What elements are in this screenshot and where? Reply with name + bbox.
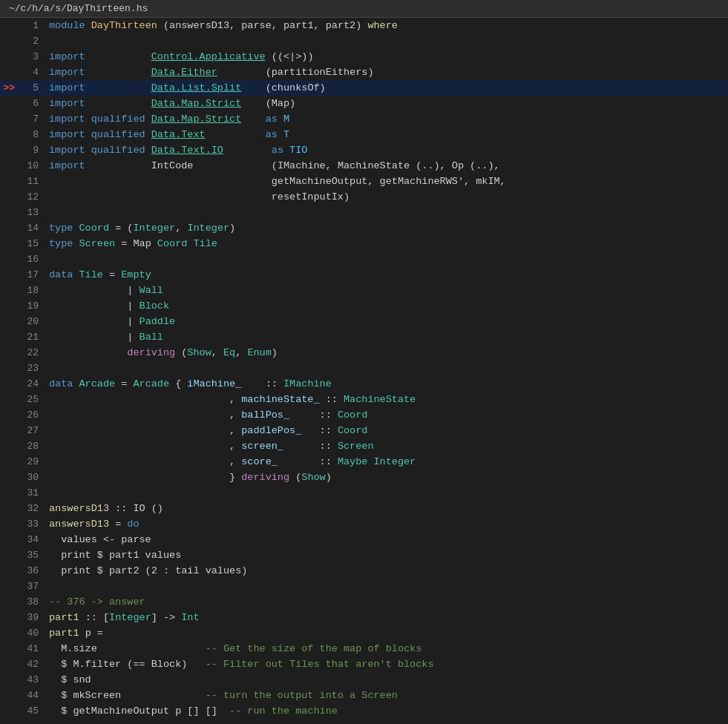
line-number: 38 bbox=[18, 594, 46, 610]
line-content: import qualified Data.Text.IO as TIO bbox=[46, 142, 728, 158]
line-content bbox=[46, 485, 728, 501]
line-content: | Paddle bbox=[46, 314, 728, 329]
line-indicator bbox=[0, 49, 18, 65]
line-indicator bbox=[0, 688, 18, 703]
line-content: import Data.List.Split (chunksOf) bbox=[46, 80, 728, 96]
line-indicator bbox=[0, 438, 18, 454]
title-text: ~/c/h/a/s/DayThirteen.hs bbox=[9, 3, 148, 14]
line-number: 44 bbox=[18, 688, 46, 703]
line-indicator bbox=[0, 501, 18, 516]
code-line: 1module DayThirteen (answersD13, parse, … bbox=[0, 18, 728, 33]
line-content: resetInputIx) bbox=[46, 189, 728, 205]
line-content: | Wall bbox=[46, 283, 728, 298]
code-line: 2 bbox=[0, 33, 728, 49]
line-number: 10 bbox=[18, 158, 46, 174]
line-indicator bbox=[0, 220, 18, 236]
line-content: print $ part2 (2 : tail values) bbox=[46, 563, 728, 579]
line-number: 45 bbox=[18, 703, 46, 719]
line-number: 22 bbox=[18, 345, 46, 361]
line-number: 11 bbox=[18, 174, 46, 189]
code-line: 26 , ballPos_ :: Coord bbox=[0, 407, 728, 423]
line-number: 42 bbox=[18, 656, 46, 672]
line-indicator bbox=[0, 251, 18, 267]
line-number: 19 bbox=[18, 298, 46, 314]
line-content: | Block bbox=[46, 298, 728, 314]
line-content: | Ball bbox=[46, 329, 728, 345]
line-number: 5 bbox=[18, 80, 46, 96]
line-indicator bbox=[0, 392, 18, 407]
line-indicator bbox=[0, 454, 18, 470]
line-number: 41 bbox=[18, 641, 46, 656]
code-line: 21 | Ball bbox=[0, 329, 728, 345]
line-number: 26 bbox=[18, 407, 46, 423]
line-indicator bbox=[0, 314, 18, 329]
line-number: 9 bbox=[18, 142, 46, 158]
line-indicator bbox=[0, 532, 18, 547]
code-line: 33answersD13 = do bbox=[0, 516, 728, 532]
line-content: data Arcade = Arcade { iMachine_ :: IMac… bbox=[46, 376, 728, 392]
line-number: 32 bbox=[18, 501, 46, 516]
line-content: , ballPos_ :: Coord bbox=[46, 407, 728, 423]
line-number: 27 bbox=[18, 423, 46, 438]
line-number: 4 bbox=[18, 65, 46, 80]
code-line: >>5import Data.List.Split (chunksOf) bbox=[0, 80, 728, 96]
line-number: 40 bbox=[18, 625, 46, 641]
line-indicator bbox=[0, 376, 18, 392]
code-line: 32answersD13 :: IO () bbox=[0, 501, 728, 516]
line-indicator bbox=[0, 407, 18, 423]
code-line: 30 } deriving (Show) bbox=[0, 470, 728, 485]
line-indicator bbox=[0, 470, 18, 485]
line-content: module DayThirteen (answersD13, parse, p… bbox=[46, 18, 728, 33]
line-number: 16 bbox=[18, 251, 46, 267]
code-line: 13 bbox=[0, 205, 728, 220]
line-indicator bbox=[0, 33, 18, 49]
line-number: 3 bbox=[18, 49, 46, 65]
code-container: 1module DayThirteen (answersD13, parse, … bbox=[0, 18, 728, 719]
line-number: 6 bbox=[18, 96, 46, 111]
line-indicator bbox=[0, 610, 18, 625]
line-content: import Data.Either (partitionEithers) bbox=[46, 65, 728, 80]
line-number: 23 bbox=[18, 361, 46, 376]
line-content: getMachineOutput, getMachineRWS', mkIM, bbox=[46, 174, 728, 189]
line-indicator bbox=[0, 703, 18, 719]
line-content: import Data.Map.Strict (Map) bbox=[46, 96, 728, 111]
line-number: 35 bbox=[18, 547, 46, 563]
code-line: 12 resetInputIx) bbox=[0, 189, 728, 205]
line-content: data Tile = Empty bbox=[46, 267, 728, 283]
line-content: part1 p = bbox=[46, 625, 728, 641]
line-content: , score_ :: Maybe Integer bbox=[46, 454, 728, 470]
code-line: 25 , machineState_ :: MachineState bbox=[0, 392, 728, 407]
line-indicator bbox=[0, 579, 18, 594]
line-content: type Screen = Map Coord Tile bbox=[46, 236, 728, 251]
line-content: import qualified Data.Map.Strict as M bbox=[46, 111, 728, 127]
line-indicator bbox=[0, 236, 18, 251]
code-line: 38-- 376 -> answer bbox=[0, 594, 728, 610]
line-indicator bbox=[0, 329, 18, 345]
code-line: 41 M.size -- Get the size of the map of … bbox=[0, 641, 728, 656]
line-content: } deriving (Show) bbox=[46, 470, 728, 485]
code-line: 39part1 :: [Integer] -> Int bbox=[0, 610, 728, 625]
line-content: $ M.filter (== Block) -- Filter out Tile… bbox=[46, 656, 728, 672]
line-indicator bbox=[0, 283, 18, 298]
line-indicator bbox=[0, 594, 18, 610]
line-content: import IntCode (IMachine, MachineState (… bbox=[46, 158, 728, 174]
code-line: 34 values <- parse bbox=[0, 532, 728, 547]
line-content: deriving (Show, Eq, Enum) bbox=[46, 345, 728, 361]
line-number: 1 bbox=[18, 18, 46, 33]
line-indicator bbox=[0, 111, 18, 127]
line-content bbox=[46, 33, 728, 49]
line-indicator bbox=[0, 65, 18, 80]
code-line: 40part1 p = bbox=[0, 625, 728, 641]
line-indicator: >> bbox=[0, 80, 18, 96]
code-line: 11 getMachineOutput, getMachineRWS', mkI… bbox=[0, 174, 728, 189]
code-line: 15type Screen = Map Coord Tile bbox=[0, 236, 728, 251]
line-indicator bbox=[0, 485, 18, 501]
code-line: 37 bbox=[0, 579, 728, 594]
line-content bbox=[46, 251, 728, 267]
line-content bbox=[46, 361, 728, 376]
line-number: 2 bbox=[18, 33, 46, 49]
line-indicator bbox=[0, 361, 18, 376]
line-number: 17 bbox=[18, 267, 46, 283]
line-content bbox=[46, 579, 728, 594]
code-line: 36 print $ part2 (2 : tail values) bbox=[0, 563, 728, 579]
